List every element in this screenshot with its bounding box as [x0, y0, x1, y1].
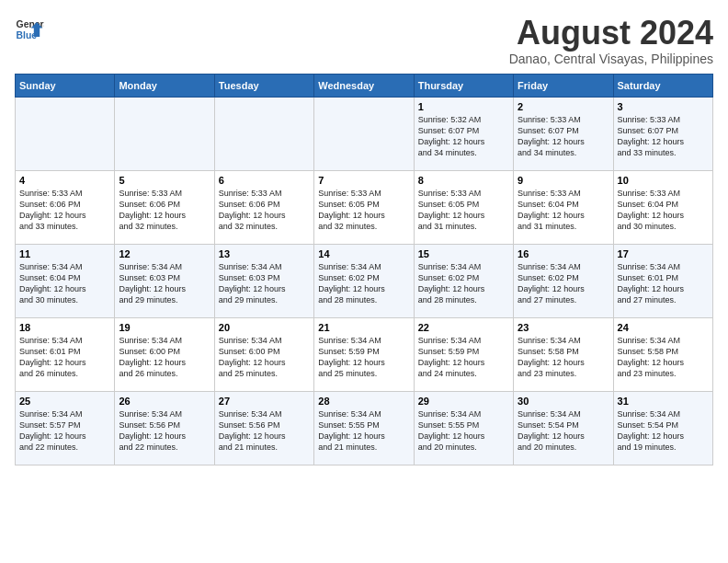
- calendar-cell: 12Sunrise: 5:34 AM Sunset: 6:03 PM Dayli…: [115, 244, 214, 317]
- day-number: 15: [418, 248, 509, 259]
- day-info: Sunrise: 5:34 AM Sunset: 6:03 PM Dayligh…: [119, 261, 210, 306]
- day-info: Sunrise: 5:34 AM Sunset: 6:02 PM Dayligh…: [418, 261, 509, 306]
- calendar-cell: 7Sunrise: 5:33 AM Sunset: 6:05 PM Daylig…: [314, 170, 414, 244]
- calendar-cell: 5Sunrise: 5:33 AM Sunset: 6:06 PM Daylig…: [115, 170, 214, 244]
- weekday-header-row: SundayMondayTuesdayWednesdayThursdayFrid…: [16, 74, 713, 97]
- day-number: 1: [418, 101, 509, 112]
- day-info: Sunrise: 5:33 AM Sunset: 6:05 PM Dayligh…: [418, 188, 509, 233]
- logo-icon: General Blue: [15, 15, 44, 44]
- day-info: Sunrise: 5:33 AM Sunset: 6:04 PM Dayligh…: [618, 188, 709, 233]
- week-row-1: 1Sunrise: 5:32 AM Sunset: 6:07 PM Daylig…: [16, 97, 713, 170]
- page-title: August 2024: [509, 15, 713, 52]
- day-number: 24: [618, 322, 709, 333]
- day-number: 5: [119, 175, 210, 186]
- day-number: 4: [19, 175, 110, 186]
- day-info: Sunrise: 5:34 AM Sunset: 5:54 PM Dayligh…: [518, 408, 609, 454]
- day-number: 11: [19, 248, 110, 259]
- calendar-cell: 15Sunrise: 5:34 AM Sunset: 6:02 PM Dayli…: [414, 244, 513, 317]
- day-number: 25: [19, 396, 110, 407]
- page-header: General Blue August 2024 Danao, Central …: [15, 15, 713, 66]
- weekday-header-monday: Monday: [115, 74, 214, 97]
- day-info: Sunrise: 5:34 AM Sunset: 6:04 PM Dayligh…: [19, 261, 110, 306]
- day-number: 17: [618, 248, 709, 259]
- calendar-cell: 30Sunrise: 5:34 AM Sunset: 5:54 PM Dayli…: [514, 391, 613, 465]
- logo: General Blue: [15, 15, 44, 44]
- calendar-cell: 31Sunrise: 5:34 AM Sunset: 5:54 PM Dayli…: [613, 391, 712, 465]
- day-number: 7: [318, 175, 409, 186]
- week-row-4: 18Sunrise: 5:34 AM Sunset: 6:01 PM Dayli…: [16, 317, 713, 391]
- calendar-cell: 28Sunrise: 5:34 AM Sunset: 5:55 PM Dayli…: [314, 391, 414, 465]
- day-info: Sunrise: 5:34 AM Sunset: 5:58 PM Dayligh…: [618, 335, 709, 380]
- calendar-cell: 8Sunrise: 5:33 AM Sunset: 6:05 PM Daylig…: [414, 170, 513, 244]
- calendar-cell: [16, 97, 115, 170]
- day-number: 28: [318, 396, 409, 407]
- weekday-header-wednesday: Wednesday: [314, 74, 414, 97]
- day-number: 8: [418, 175, 509, 186]
- day-number: 3: [618, 101, 709, 112]
- calendar-cell: 19Sunrise: 5:34 AM Sunset: 6:00 PM Dayli…: [115, 317, 214, 391]
- day-info: Sunrise: 5:34 AM Sunset: 6:00 PM Dayligh…: [219, 335, 310, 380]
- day-info: Sunrise: 5:34 AM Sunset: 5:55 PM Dayligh…: [318, 408, 409, 454]
- weekday-header-thursday: Thursday: [414, 74, 513, 97]
- calendar-cell: 29Sunrise: 5:34 AM Sunset: 5:55 PM Dayli…: [414, 391, 513, 465]
- calendar-cell: [314, 97, 414, 170]
- calendar-cell: 27Sunrise: 5:34 AM Sunset: 5:56 PM Dayli…: [214, 391, 313, 465]
- week-row-3: 11Sunrise: 5:34 AM Sunset: 6:04 PM Dayli…: [16, 244, 713, 317]
- day-number: 16: [518, 248, 609, 259]
- calendar-cell: 13Sunrise: 5:34 AM Sunset: 6:03 PM Dayli…: [214, 244, 313, 317]
- day-info: Sunrise: 5:33 AM Sunset: 6:05 PM Dayligh…: [318, 188, 409, 233]
- calendar-cell: 18Sunrise: 5:34 AM Sunset: 6:01 PM Dayli…: [16, 317, 115, 391]
- weekday-header-saturday: Saturday: [613, 74, 712, 97]
- day-number: 30: [518, 396, 609, 407]
- weekday-header-sunday: Sunday: [16, 74, 115, 97]
- calendar-cell: 2Sunrise: 5:33 AM Sunset: 6:07 PM Daylig…: [514, 97, 613, 170]
- weekday-header-tuesday: Tuesday: [214, 74, 313, 97]
- day-info: Sunrise: 5:34 AM Sunset: 6:02 PM Dayligh…: [518, 261, 609, 306]
- day-number: 19: [119, 322, 210, 333]
- day-number: 6: [219, 175, 310, 186]
- day-info: Sunrise: 5:34 AM Sunset: 6:01 PM Dayligh…: [19, 335, 110, 380]
- calendar-cell: 25Sunrise: 5:34 AM Sunset: 5:57 PM Dayli…: [16, 391, 115, 465]
- day-number: 14: [318, 248, 409, 259]
- day-number: 12: [119, 248, 210, 259]
- day-number: 2: [518, 101, 609, 112]
- day-info: Sunrise: 5:34 AM Sunset: 5:55 PM Dayligh…: [418, 408, 509, 454]
- calendar-cell: 23Sunrise: 5:34 AM Sunset: 5:58 PM Dayli…: [514, 317, 613, 391]
- calendar-table: SundayMondayTuesdayWednesdayThursdayFrid…: [15, 74, 713, 465]
- calendar-cell: 4Sunrise: 5:33 AM Sunset: 6:06 PM Daylig…: [16, 170, 115, 244]
- day-info: Sunrise: 5:34 AM Sunset: 5:58 PM Dayligh…: [518, 335, 609, 380]
- weekday-header-friday: Friday: [514, 74, 613, 97]
- week-row-5: 25Sunrise: 5:34 AM Sunset: 5:57 PM Dayli…: [16, 391, 713, 465]
- calendar-cell: 22Sunrise: 5:34 AM Sunset: 5:59 PM Dayli…: [414, 317, 513, 391]
- calendar-cell: 9Sunrise: 5:33 AM Sunset: 6:04 PM Daylig…: [514, 170, 613, 244]
- calendar-cell: 26Sunrise: 5:34 AM Sunset: 5:56 PM Dayli…: [115, 391, 214, 465]
- day-info: Sunrise: 5:34 AM Sunset: 6:00 PM Dayligh…: [119, 335, 210, 380]
- day-info: Sunrise: 5:34 AM Sunset: 6:02 PM Dayligh…: [318, 261, 409, 306]
- calendar-cell: [115, 97, 214, 170]
- day-number: 13: [219, 248, 310, 259]
- calendar-cell: 10Sunrise: 5:33 AM Sunset: 6:04 PM Dayli…: [613, 170, 712, 244]
- day-info: Sunrise: 5:34 AM Sunset: 5:57 PM Dayligh…: [19, 408, 110, 454]
- day-info: Sunrise: 5:33 AM Sunset: 6:06 PM Dayligh…: [19, 188, 110, 233]
- day-number: 21: [318, 322, 409, 333]
- day-info: Sunrise: 5:33 AM Sunset: 6:06 PM Dayligh…: [219, 188, 310, 233]
- calendar-cell: 16Sunrise: 5:34 AM Sunset: 6:02 PM Dayli…: [514, 244, 613, 317]
- day-number: 26: [119, 396, 210, 407]
- day-number: 22: [418, 322, 509, 333]
- day-number: 20: [219, 322, 310, 333]
- day-number: 27: [219, 396, 310, 407]
- calendar-cell: 1Sunrise: 5:32 AM Sunset: 6:07 PM Daylig…: [414, 97, 513, 170]
- calendar-cell: 21Sunrise: 5:34 AM Sunset: 5:59 PM Dayli…: [314, 317, 414, 391]
- day-number: 23: [518, 322, 609, 333]
- day-info: Sunrise: 5:34 AM Sunset: 6:03 PM Dayligh…: [219, 261, 310, 306]
- calendar-cell: 11Sunrise: 5:34 AM Sunset: 6:04 PM Dayli…: [16, 244, 115, 317]
- calendar-cell: 14Sunrise: 5:34 AM Sunset: 6:02 PM Dayli…: [314, 244, 414, 317]
- day-info: Sunrise: 5:34 AM Sunset: 5:59 PM Dayligh…: [318, 335, 409, 380]
- week-row-2: 4Sunrise: 5:33 AM Sunset: 6:06 PM Daylig…: [16, 170, 713, 244]
- day-number: 9: [518, 175, 609, 186]
- calendar-cell: 3Sunrise: 5:33 AM Sunset: 6:07 PM Daylig…: [613, 97, 712, 170]
- calendar-cell: 17Sunrise: 5:34 AM Sunset: 6:01 PM Dayli…: [613, 244, 712, 317]
- day-info: Sunrise: 5:34 AM Sunset: 5:54 PM Dayligh…: [618, 408, 709, 454]
- day-number: 18: [19, 322, 110, 333]
- day-info: Sunrise: 5:33 AM Sunset: 6:07 PM Dayligh…: [518, 114, 609, 159]
